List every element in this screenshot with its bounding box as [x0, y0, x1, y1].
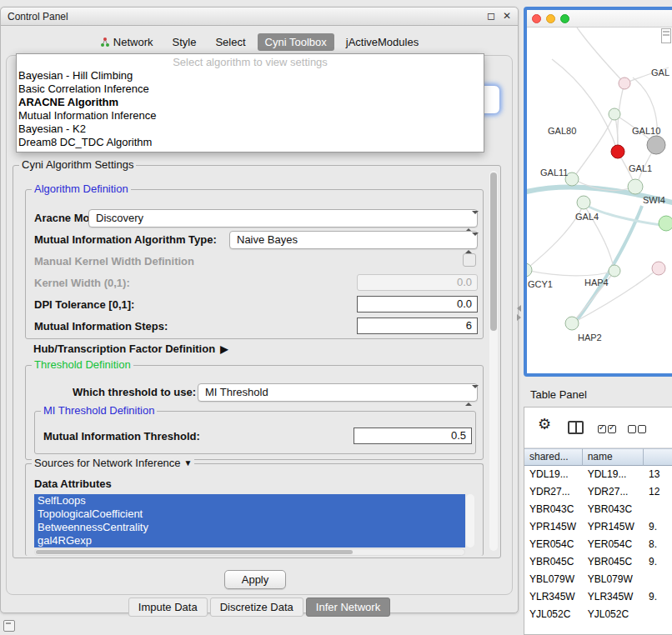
mi-steps-field[interactable]: 6 [357, 318, 478, 334]
network-node[interactable] [577, 196, 590, 209]
table-row[interactable]: YPR145W YPR145W 9. [524, 518, 672, 536]
table-row[interactable]: YDR27... YDR27... 12 [524, 483, 672, 501]
table-cell: YER054C [583, 536, 644, 553]
algorithm-definition-group: Algorithm Definition Aracne Mode: Discov… [25, 189, 484, 339]
group-title: Sources for Network Inference [34, 457, 181, 469]
minimize-traffic-light[interactable] [546, 14, 555, 23]
tab-discretize-data[interactable]: Discretize Data [210, 598, 303, 617]
algorithm-option[interactable]: Bayesian - K2 [17, 122, 484, 136]
hub-section-label: Hub/Transcription Factor Definition [33, 342, 215, 355]
table-cell [644, 571, 672, 588]
dpi-tolerance-field[interactable]: 0.0 [357, 296, 478, 312]
attribute-item-selected[interactable]: gal4RGexp [34, 534, 465, 548]
which-threshold-select[interactable]: MI Threshold [198, 383, 478, 402]
tab-style[interactable]: Style [165, 33, 204, 51]
zoom-traffic-light[interactable] [560, 14, 569, 23]
table-cell: YER054C [524, 536, 583, 553]
settings-scrollbar[interactable] [489, 171, 498, 551]
columns-icon[interactable] [568, 421, 584, 434]
network-canvas[interactable]: GAL GAL80 GAL10 GAL11 GAL1 SWI4 GAL4 GCY… [527, 28, 672, 374]
dpi-tolerance-label: DPI Tolerance [0,1]: [34, 298, 134, 311]
table-row[interactable]: YLR345W YLR345W 9. [524, 588, 672, 606]
mi-threshold-label: Mutual Information Threshold: [43, 430, 200, 442]
table-row[interactable]: YER054C YER054C 8. [524, 536, 672, 553]
stepper-arrows-icon [465, 214, 472, 229]
aracne-mode-select[interactable]: Discovery [88, 209, 478, 228]
table-cell: YPR145W [583, 518, 644, 536]
table-header-cell[interactable]: name [583, 448, 644, 466]
scrollbar-thumb[interactable] [490, 172, 497, 331]
algorithm-option[interactable]: Mutual Information Inference [17, 109, 484, 122]
network-node[interactable] [652, 262, 665, 275]
attribute-item-selected[interactable]: TopologicalCoefficient [34, 508, 465, 521]
network-node[interactable] [628, 179, 643, 194]
table-row[interactable]: YBL079W YBL079W [524, 571, 672, 588]
table-cell: YDR27... [524, 483, 583, 501]
table-cell [644, 501, 672, 518]
hub-section-toggle[interactable]: Hub/Transcription Factor Definition ▶ [33, 342, 228, 355]
overview-scroll-widget[interactable] [661, 28, 671, 43]
collapse-left-icon[interactable] [517, 305, 521, 312]
deselect-all-checkboxes-icon[interactable] [628, 421, 648, 436]
tab-infer-network[interactable]: Infer Network [306, 598, 390, 617]
mi-algorithm-type-select[interactable]: Naive Bayes [229, 231, 478, 249]
mi-threshold-field[interactable]: 0.5 [354, 428, 472, 444]
table-cell: 13 [644, 466, 672, 483]
table-header-row: shared... name [524, 448, 672, 466]
table-cell: YBR043C [524, 501, 583, 518]
tab-network[interactable]: Network [93, 33, 161, 51]
network-node[interactable] [611, 145, 624, 158]
network-node[interactable] [659, 216, 672, 231]
stepper-arrows-icon [465, 236, 472, 251]
attribute-list: SelfLoops TopologicalCoefficient Between… [34, 494, 465, 548]
control-panel-titlebar[interactable]: Control Panel ◻ ✕ [1, 8, 518, 26]
select-all-checkboxes-icon[interactable] [598, 421, 618, 436]
attribute-list-hscrollbar[interactable] [34, 548, 465, 556]
float-window-icon[interactable]: ◻ [487, 8, 495, 25]
table-row[interactable]: YBR043C YBR043C [524, 501, 672, 518]
algorithm-option[interactable]: Dream8 DC_TDC Algorithm [17, 136, 484, 149]
panel-toggle-icon[interactable] [3, 620, 15, 632]
gear-icon[interactable]: ⚙ [538, 416, 551, 432]
table-cell: 9. [644, 518, 672, 536]
network-node[interactable] [609, 108, 620, 120]
table-header-cell[interactable] [644, 448, 672, 466]
tab-cyni-toolbox[interactable]: Cyni Toolbox [258, 33, 334, 51]
algorithm-option[interactable]: Bayesian - Hill Climbing [17, 69, 484, 82]
tab-impute-data[interactable]: Impute Data [128, 598, 208, 617]
table-cell: 12 [644, 483, 672, 501]
table-cell: YPR145W [524, 518, 583, 536]
algorithm-option-selected[interactable]: ARACNE Algorithm [17, 96, 484, 109]
splitpane-handle[interactable] [517, 305, 524, 321]
attribute-item-selected[interactable]: BetweennessCentrality [34, 521, 465, 534]
tab-label: Cyni Toolbox [265, 36, 327, 48]
network-graph[interactable]: GAL GAL80 GAL10 GAL11 GAL1 SWI4 GAL4 GCY… [527, 28, 672, 374]
window-title: Control Panel [8, 11, 479, 22]
mi-threshold-group: MI Threshold Definition Mutual Informati… [34, 411, 476, 454]
tab-jactivemodules[interactable]: jActiveModules [339, 33, 426, 51]
table-header-cell[interactable]: shared... [524, 448, 583, 466]
network-icon [100, 38, 110, 48]
network-node[interactable] [609, 265, 620, 277]
close-traffic-light[interactable] [532, 14, 541, 23]
scrollbar-thumb[interactable] [36, 550, 353, 554]
expanded-caret-icon[interactable]: ▼ [184, 458, 193, 468]
table-row[interactable]: YDL19... YDL19... 13 [524, 466, 672, 483]
attribute-item-selected[interactable]: SelfLoops [34, 494, 465, 508]
table-row[interactable]: YJL052C YJL052C [524, 606, 672, 623]
network-node[interactable] [565, 317, 579, 330]
close-window-icon[interactable]: ✕ [503, 8, 511, 25]
attribute-list-vscrollbar[interactable] [466, 494, 474, 548]
network-node-label: GCY1 [528, 279, 553, 289]
network-node[interactable] [619, 78, 630, 89]
table-row[interactable]: YBR045C YBR045C 9. [524, 553, 672, 571]
table-cell: YDL19... [583, 466, 644, 483]
collapsed-caret-icon: ▶ [220, 343, 228, 355]
manual-kernel-checkbox [463, 253, 476, 267]
collapse-right-icon[interactable] [517, 314, 521, 321]
algorithm-option[interactable]: Basic Correlation Inference [17, 82, 484, 96]
network-window-titlebar[interactable] [527, 10, 672, 28]
tab-select[interactable]: Select [208, 33, 253, 51]
network-node[interactable] [647, 136, 665, 154]
apply-button[interactable]: Apply [224, 570, 286, 589]
